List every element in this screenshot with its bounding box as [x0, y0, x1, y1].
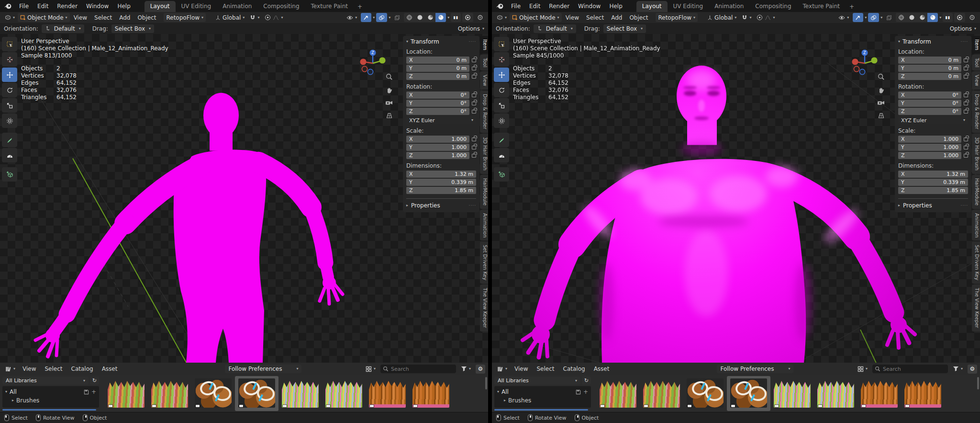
shading-material-button[interactable] [425, 13, 435, 22]
lock-icon[interactable] [964, 67, 968, 70]
render-pass-button[interactable] [462, 13, 473, 22]
transform-panel-header[interactable]: ▾ Transform ···· [898, 38, 968, 45]
tool-cursor[interactable] [2, 52, 17, 67]
navigation-gizmo[interactable]: Z [851, 47, 879, 75]
save-catalog-icon[interactable] [84, 389, 89, 395]
transform-orientation-dropdown[interactable]: Global ▾ [213, 13, 247, 22]
zoom-icon[interactable] [877, 72, 885, 81]
tab-animation[interactable]: Animation [217, 1, 257, 12]
catalog-item-brushes[interactable]: ▸ Brushes [497, 396, 588, 405]
shading-rendered-button[interactable] [435, 13, 446, 22]
asset-thumbnail[interactable] [191, 376, 235, 411]
asset-thumbnail[interactable] [148, 376, 191, 411]
menu-object[interactable]: Object [626, 14, 651, 21]
menu-help[interactable]: Help [113, 3, 134, 10]
shading-wireframe-button[interactable] [404, 13, 414, 22]
render-pass-secondary-button[interactable] [967, 13, 978, 22]
shading-solid-button[interactable] [906, 13, 917, 22]
menu-window[interactable]: Window [82, 3, 113, 10]
rotation-x-field[interactable]: X0° [898, 91, 961, 99]
catalog-item-all[interactable]: ▾ All + [5, 388, 96, 396]
asset-thumbnail[interactable] [858, 376, 901, 411]
asset-menu-select[interactable]: Select [533, 366, 558, 372]
menu-help[interactable]: Help [605, 3, 626, 10]
tool-measure[interactable] [2, 148, 17, 162]
catalog-horizontal-scrollbar[interactable] [494, 409, 588, 411]
sidebar-tab-tool[interactable]: Tool [480, 55, 488, 70]
asset-thumbnail[interactable] [727, 376, 770, 411]
sidebar-tab-view-keeper[interactable]: The View Keeper [972, 285, 980, 332]
tool-transform[interactable] [2, 114, 17, 128]
add-workspace-button[interactable]: + [354, 1, 366, 12]
sidebar-tab-set-driven-key[interactable]: Set Driven Key [972, 241, 980, 284]
refresh-library-button[interactable]: ↻ [90, 377, 99, 385]
gizmos-toggle[interactable] [361, 13, 371, 22]
import-method-dropdown[interactable]: Follow Preferences ▾ [717, 365, 793, 373]
asset-thumbnail[interactable] [683, 376, 727, 411]
menu-window[interactable]: Window [574, 3, 605, 10]
options-dropdown[interactable]: Options ▾ [950, 25, 976, 32]
menu-select[interactable]: Select [91, 14, 115, 21]
snap-toggle[interactable]: ▾ [739, 13, 754, 22]
lock-icon[interactable] [964, 110, 968, 114]
add-catalog-button[interactable]: + [91, 389, 96, 395]
rotation-y-field[interactable]: Y0° [898, 100, 961, 107]
sidebar-tab-set-driven-key[interactable]: Set Driven Key [480, 241, 488, 284]
dimensions-z-field[interactable]: Z1.85 m [406, 187, 476, 194]
tab-layout[interactable]: Layout [145, 1, 176, 12]
menu-render[interactable]: Render [53, 3, 82, 10]
menu-edit[interactable]: Edit [33, 3, 53, 10]
dimensions-y-field[interactable]: Y0.339 m [406, 179, 476, 186]
display-size-dropdown[interactable]: ▾ [363, 365, 378, 374]
asset-menu-asset[interactable]: Asset [590, 366, 613, 372]
dimensions-x-field[interactable]: X1.32 m [406, 171, 476, 178]
proportional-editing-toggle[interactable]: ▾ [754, 13, 777, 22]
search-input[interactable] [872, 365, 948, 373]
menu-file[interactable]: File [15, 3, 33, 10]
location-x-field[interactable]: X0 m [406, 57, 469, 64]
navigation-gizmo[interactable]: Z [359, 47, 387, 75]
asset-thumbnail[interactable] [814, 376, 858, 411]
options-dropdown[interactable]: Options ▾ [458, 25, 484, 32]
sidebar-tab-animation[interactable]: Animation [480, 210, 488, 241]
overlays-dropdown[interactable]: ▾ [389, 16, 390, 20]
location-z-field[interactable]: Z0 m [406, 73, 469, 80]
perspective-toggle-icon[interactable] [877, 111, 885, 120]
zoom-icon[interactable] [385, 72, 393, 81]
tool-move[interactable] [494, 68, 509, 82]
properties-panel-collapsed[interactable]: ▸ Properties ···· [406, 198, 476, 209]
sidebar-tab-drop-render[interactable]: Drop & Render [480, 91, 488, 133]
menu-add[interactable]: Add [116, 14, 134, 21]
asset-settings-button[interactable]: ⚙ [968, 365, 977, 374]
pan-hand-icon[interactable] [385, 85, 393, 94]
gizmos-dropdown[interactable]: ▾ [865, 16, 867, 20]
tab-layout[interactable]: Layout [636, 1, 668, 12]
shading-rendered-button[interactable] [927, 13, 938, 22]
rotation-mode-dropdown[interactable]: XYZ Euler▾ [406, 116, 476, 124]
rotation-x-field[interactable]: X0° [406, 91, 469, 99]
shading-material-button[interactable] [917, 13, 927, 22]
asset-thumbnail[interactable] [235, 376, 278, 411]
thumbnail-scrollbar[interactable] [977, 377, 979, 389]
tool-annotate[interactable] [494, 133, 509, 147]
menu-file[interactable]: File [507, 3, 525, 10]
asset-menu-view[interactable]: View [511, 366, 532, 372]
shading-dropdown[interactable]: ▾ [447, 16, 449, 20]
lock-icon[interactable] [964, 146, 968, 149]
drag-mode-dropdown[interactable]: Select Box ▾ [111, 24, 154, 33]
filter-dropdown[interactable]: ▾ [950, 365, 965, 374]
lock-icon[interactable] [472, 137, 476, 141]
tab-uv-editing[interactable]: UV Editing [176, 1, 217, 12]
mode-dropdown[interactable]: Object Mode ▾ [18, 13, 70, 22]
overlays-dropdown[interactable]: ▾ [880, 16, 882, 20]
catalog-horizontal-scrollbar[interactable] [2, 409, 96, 411]
lock-icon[interactable] [472, 154, 476, 158]
perspective-toggle-icon[interactable] [385, 111, 393, 120]
asset-thumbnail[interactable] [322, 376, 366, 411]
asset-thumbnail[interactable] [770, 376, 814, 411]
pan-hand-icon[interactable] [877, 85, 885, 94]
asset-thumbnail[interactable] [596, 376, 640, 411]
proportional-editing-toggle[interactable]: ▾ [262, 13, 285, 22]
scale-x-field[interactable]: X1.000 [406, 136, 469, 143]
menu-view[interactable]: View [70, 14, 90, 21]
